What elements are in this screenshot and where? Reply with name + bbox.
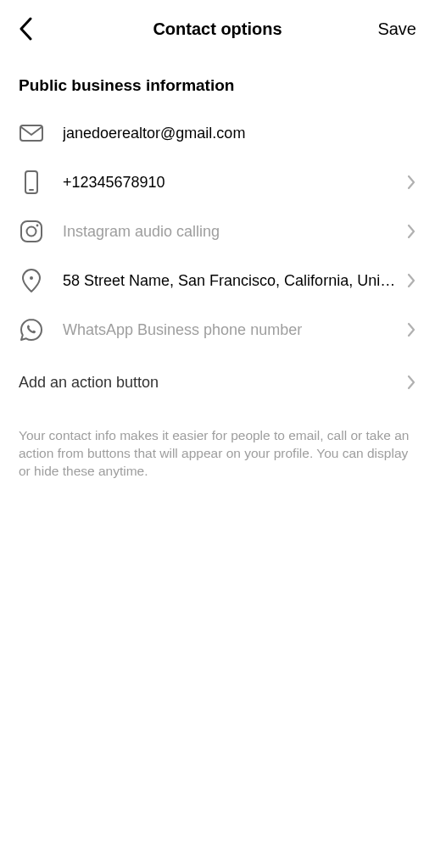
back-button[interactable] <box>19 17 70 41</box>
chevron-right-icon <box>406 321 416 338</box>
svg-point-6 <box>30 276 33 280</box>
svg-point-4 <box>27 227 36 236</box>
whatsapp-row[interactable]: WhatsApp Business phone number <box>19 305 416 354</box>
instagram-call-row[interactable]: Instagram audio calling <box>19 207 416 256</box>
address-row[interactable]: 58 Street Name, San Francisco, Californi… <box>19 256 416 305</box>
chevron-right-icon <box>406 374 416 391</box>
chevron-right-icon <box>406 223 416 240</box>
section-title: Public business information <box>0 58 435 108</box>
location-pin-icon <box>19 268 44 293</box>
instagram-icon <box>19 219 44 244</box>
whatsapp-placeholder: WhatsApp Business phone number <box>63 321 406 339</box>
chevron-left-icon <box>19 17 32 41</box>
chevron-right-icon <box>406 174 416 191</box>
page-title: Contact options <box>70 19 365 39</box>
email-value: janedoerealtor@gmail.com <box>63 125 416 142</box>
svg-rect-0 <box>20 125 42 141</box>
instagram-call-placeholder: Instagram audio calling <box>63 223 406 241</box>
mobile-phone-icon <box>19 170 44 195</box>
save-button[interactable]: Save <box>365 19 416 39</box>
footer-note: Your contact info makes it easier for pe… <box>0 403 435 481</box>
svg-rect-3 <box>21 221 42 242</box>
phone-row[interactable]: +12345678910 <box>19 158 416 207</box>
whatsapp-icon <box>19 317 44 342</box>
address-value: 58 Street Name, San Francisco, Californi… <box>63 272 406 290</box>
add-action-button-row[interactable]: Add an action button <box>19 354 416 403</box>
add-action-button-label: Add an action button <box>19 374 406 392</box>
envelope-icon <box>19 120 44 146</box>
chevron-right-icon <box>406 272 416 289</box>
contact-options-list: janedoerealtor@gmail.com +12345678910 In… <box>0 108 435 403</box>
svg-point-5 <box>36 225 39 227</box>
phone-value: +12345678910 <box>63 174 406 192</box>
header: Contact options Save <box>0 0 435 58</box>
email-row[interactable]: janedoerealtor@gmail.com <box>19 108 416 158</box>
